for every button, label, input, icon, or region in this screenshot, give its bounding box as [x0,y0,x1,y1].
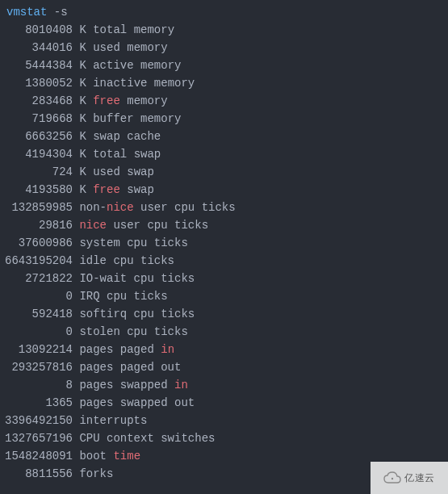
stat-desc: active memory [93,59,181,72]
stat-desc-pre: pages swapped [79,379,174,391]
stat-desc-pre: non- [79,201,107,214]
stat-desc: swap cache [93,130,161,143]
stat-value: 293257816 [0,358,73,376]
command-name: vmstat [6,6,47,19]
stat-value: 1548248091 [0,447,73,465]
stat-value: 6663256 [0,128,73,145]
stat-value: 283468 [0,92,73,110]
output-line: 2721822 IO-wait cpu ticks [0,270,448,287]
watermark: 亿速云 [371,462,448,494]
stat-desc: forks [79,467,113,480]
cloud-icon [383,471,401,484]
stat-value: 4193580 [0,181,73,199]
stat-value: 2721822 [0,270,73,287]
stat-desc: user cpu ticks [134,201,236,214]
stat-desc: IO-wait cpu ticks [79,272,195,285]
output-line: 283468 K free memory [0,92,448,110]
output-line: 4193580 K free swap [0,181,448,199]
command-arg: -s [54,6,68,19]
stat-value: 6643195204 [0,252,73,270]
output-line: 724 K used swap [0,163,448,181]
stat-value: 1365 [0,394,73,412]
stat-desc: interrupts [79,414,147,427]
stat-unit: K [79,130,86,143]
stat-desc: CPU context switches [79,432,215,445]
stat-desc-pre: boot [79,450,113,463]
stat-unit: K [79,23,86,36]
stat-value: 5444384 [0,57,73,74]
stat-desc: swap [120,183,154,196]
stat-value: 592418 [0,305,73,323]
stat-value: 13092214 [0,341,73,358]
keyword-in: in [174,379,188,391]
output-line: 0 stolen cpu ticks [0,323,448,341]
output-line: 3396492150 interrupts [0,412,448,429]
stat-desc: pages swapped out [79,396,195,409]
keyword-in: in [161,343,174,356]
stat-value: 719668 [0,110,73,128]
stat-value: 344016 [0,39,73,57]
keyword-time: time [113,450,140,463]
stat-unit: K [79,94,86,107]
stat-desc: memory [120,94,168,107]
stat-value: 3396492150 [0,412,73,429]
stat-value: 37600986 [0,234,73,252]
stat-unit: K [79,41,86,54]
stat-unit: K [79,148,86,161]
stat-desc: used swap [93,165,154,178]
stat-value: 8010408 [0,21,73,39]
output-line: 1380052 K inactive memory [0,74,448,92]
command-line[interactable]: vmstat -s [0,3,448,21]
output-line: 8010408 K total memory [0,21,448,39]
stat-desc: softirq cpu ticks [79,308,195,320]
stat-desc: idle cpu ticks [79,254,174,267]
stat-desc: used memory [93,41,167,54]
output-line: 1365 pages swapped out [0,394,448,412]
keyword-nice: nice [79,219,107,232]
stat-desc: buffer memory [93,112,181,125]
output-line: 0 IRQ cpu ticks [0,287,448,305]
output-line: 1327657196 CPU context switches [0,429,448,447]
output-line: 13092214 pages paged in [0,341,448,358]
stat-value: 132859985 [0,199,73,216]
stat-value: 4194304 [0,145,73,163]
stat-value: 724 [0,163,73,181]
stat-value: 8 [0,376,73,394]
stat-desc: total swap [93,148,161,161]
output-line: 592418 softirq cpu ticks [0,305,448,323]
stat-value: 1327657196 [0,429,73,447]
terminal-output: 8010408 K total memory344016 K used memo… [0,21,448,483]
keyword-nice: nice [107,201,134,214]
output-line: 37600986 system cpu ticks [0,234,448,252]
output-line: 132859985 non-nice user cpu ticks [0,199,448,216]
stat-desc: total memory [93,23,174,36]
stat-desc: inactive memory [93,77,195,90]
output-line: 8 pages swapped in [0,376,448,394]
stat-value: 0 [0,287,73,305]
stat-desc: pages paged out [79,361,181,374]
stat-desc: user cpu ticks [107,219,208,232]
output-line: 5444384 K active memory [0,57,448,74]
stat-desc-pre: pages paged [79,343,161,356]
svg-point-0 [391,478,393,479]
stat-value: 0 [0,323,73,341]
keyword-free: free [93,94,120,107]
stat-unit: K [79,59,86,72]
output-line: 719668 K buffer memory [0,110,448,128]
keyword-free: free [93,183,120,196]
stat-unit: K [79,112,86,125]
stat-value: 1380052 [0,74,73,92]
output-line: 344016 K used memory [0,39,448,57]
output-line: 6663256 K swap cache [0,128,448,145]
stat-unit: K [79,165,86,178]
stat-value: 8811556 [0,465,73,483]
stat-desc: stolen cpu ticks [79,325,187,338]
stat-desc: system cpu ticks [79,237,187,249]
output-line: 4194304 K total swap [0,145,448,163]
stat-unit: K [79,77,86,90]
stat-unit: K [79,183,86,196]
watermark-text: 亿速云 [404,469,435,487]
output-line: 293257816 pages paged out [0,358,448,376]
stat-value: 29816 [0,216,73,234]
output-line: 29816 nice user cpu ticks [0,216,448,234]
